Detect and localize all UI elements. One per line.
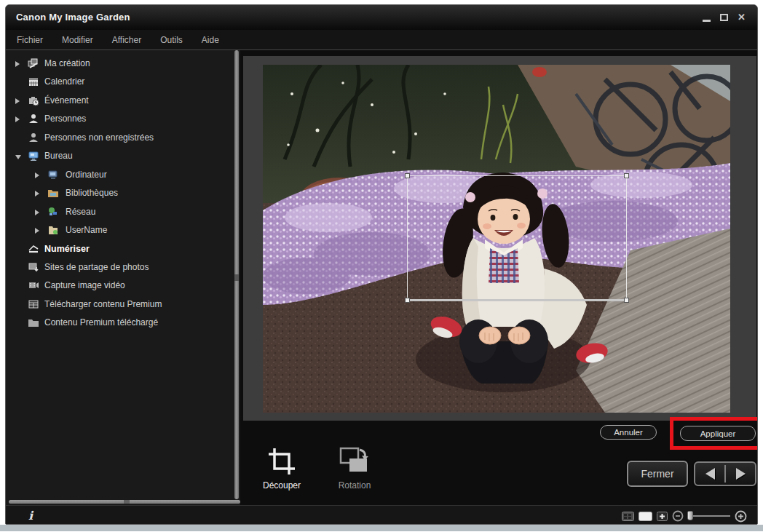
sidebar-item-label: Personnes non enregistrées [44, 132, 154, 143]
sidebar-item-calendrier[interactable]: Calendrier [6, 73, 240, 91]
statusbar: i [6, 505, 757, 525]
menu-item-modifier[interactable]: Modifier [62, 35, 93, 45]
menu-item-aide[interactable]: Aide [202, 35, 219, 45]
network-icon [47, 206, 59, 218]
sidebar-item-label: Événement [44, 95, 89, 106]
tool-rotation-button[interactable]: Rotation [322, 444, 387, 496]
expand-arrow-icon[interactable] [35, 228, 39, 234]
crop-handle-bottom-right[interactable] [624, 298, 629, 303]
calendar-icon [28, 76, 39, 87]
sidebar-item-numeriser[interactable]: Numériser [6, 240, 240, 258]
sidebar-item-username[interactable]: UserName [6, 221, 240, 239]
sidebar-item-label: Réseau [66, 207, 95, 217]
sidebar-item-reseau[interactable]: Réseau [6, 203, 240, 221]
expand-arrow-icon[interactable] [35, 210, 39, 215]
photo-sharing-icon [28, 261, 39, 273]
sidebar-item-label: Bureau [44, 151, 73, 161]
video-capture-icon [28, 279, 39, 291]
annuler-button[interactable]: Annuler [600, 425, 657, 440]
expand-view-icon[interactable] [657, 512, 668, 521]
thumbnail-view-icon[interactable] [622, 512, 634, 521]
right-arrow-icon [736, 468, 746, 480]
computer-icon [47, 169, 59, 180]
sidebar-item-label: Personnes [44, 114, 86, 124]
rotate-icon [322, 444, 387, 477]
sidebar-item-label: Capture image vidéo [44, 280, 125, 290]
sidebar-horizontal-scrollbar[interactable] [9, 500, 240, 504]
scrollbar-grip [124, 500, 130, 504]
menu-item-afficher[interactable]: Afficher [112, 35, 141, 45]
maximize-icon[interactable] [720, 14, 728, 21]
my-creation-icon [28, 57, 39, 69]
crop-handle-top-right[interactable] [624, 173, 629, 178]
sidebar-item-label: UserName [66, 225, 107, 235]
menu-item-fichier[interactable]: Fichier [17, 35, 43, 45]
sidebar-vertical-scrollbar[interactable] [234, 50, 239, 499]
sidebar-item-label: Télécharger contenu Premium [44, 299, 162, 309]
menu-item-outils[interactable]: Outils [160, 35, 183, 45]
sidebar-item-bibliotheques[interactable]: Bibliothèques [6, 184, 240, 202]
zoom-slider[interactable] [689, 515, 730, 517]
expand-arrow-icon[interactable] [15, 98, 20, 104]
collapse-arrow-icon[interactable] [15, 155, 21, 159]
premium-download-icon [28, 298, 39, 310]
sidebar-item-ma-creation[interactable]: Ma création [6, 55, 240, 73]
menubar: FichierModifierAfficherOutilsAide [6, 30, 757, 50]
minimize-icon[interactable] [703, 20, 711, 22]
fermer-button[interactable]: Fermer [627, 461, 688, 487]
person-icon [28, 113, 39, 124]
sidebar-item-ordinateur[interactable]: Ordinateur [6, 166, 240, 184]
crop-icon [249, 444, 315, 477]
expand-arrow-icon[interactable] [35, 172, 39, 178]
premium-folder-icon [28, 317, 39, 328]
zoom-in-icon[interactable] [735, 510, 747, 523]
expand-arrow-icon[interactable] [35, 191, 39, 196]
zoom-slider-thumb[interactable] [687, 511, 693, 520]
window-controls: ✕ [703, 12, 746, 23]
sidebar-item-label: Contenu Premium téléchargé [44, 317, 158, 327]
libraries-icon [47, 187, 59, 199]
previous-image-button[interactable] [695, 463, 724, 485]
sidebar-item-label: Ma création [44, 58, 90, 68]
sidebar-item-label: Numériser [44, 244, 90, 254]
left-arrow-icon [705, 468, 715, 480]
expand-arrow-icon[interactable] [15, 116, 20, 122]
user-folder-icon [47, 224, 59, 236]
scan-icon [28, 243, 39, 255]
tool-decouper-button[interactable]: Découper [249, 444, 315, 496]
detail-view-icon[interactable] [639, 512, 652, 521]
info-icon[interactable]: i [28, 509, 33, 523]
sidebar-item-telecharger-contenu-premium[interactable]: Télécharger contenu Premium [6, 295, 240, 314]
sidebar-item-evenement[interactable]: Événement [6, 92, 240, 110]
scrollbar-grip [234, 274, 239, 281]
sidebar-tree: Ma créationCalendrierÉvénementPersonnesP… [6, 50, 240, 505]
window-bottom-edge [0, 525, 763, 531]
close-icon[interactable]: ✕ [738, 12, 746, 23]
expand-arrow-icon[interactable] [15, 61, 20, 67]
preview-panel [243, 56, 756, 421]
view-zoom-controls [622, 506, 747, 525]
next-image-button[interactable] [726, 463, 755, 485]
tool-label: Rotation [322, 480, 387, 491]
sidebar-item-personnes[interactable]: Personnes [6, 110, 240, 128]
crop-handle-bottom-left[interactable] [405, 298, 410, 303]
photo-canvas [263, 65, 730, 413]
sidebar-item-label: Calendrier [44, 76, 84, 87]
sidebar-item-sites-de-partage-de-photos[interactable]: Sites de partage de photos [6, 258, 240, 277]
sidebar-item-personnes-non-enregistrees[interactable]: Personnes non enregistrées [6, 129, 240, 147]
crop-overlay[interactable] [407, 175, 627, 301]
sidebar-item-label: Ordinateur [66, 170, 107, 180]
titlebar[interactable]: Canon My Image Garden ✕ [6, 5, 757, 30]
crop-handle-top-left[interactable] [405, 173, 410, 178]
sidebar-item-label: Sites de partage de photos [44, 262, 149, 272]
tool-label: Découper [249, 480, 315, 491]
app-window: Canon My Image Garden ✕ FichierModifierA… [5, 4, 758, 525]
sidebar-item-contenu-premium-telecharge[interactable]: Contenu Premium téléchargé [6, 314, 240, 332]
person-unregistered-icon [28, 132, 39, 143]
sidebar-item-capture-image-video[interactable]: Capture image vidéo [6, 277, 240, 295]
sidebar-item-bureau[interactable]: Bureau [6, 147, 240, 165]
zoom-out-icon[interactable] [672, 510, 684, 522]
window-title: Canon My Image Garden [16, 12, 130, 23]
image-nav-arrows [694, 461, 756, 486]
appliquer-button[interactable]: Appliquer [680, 426, 756, 441]
